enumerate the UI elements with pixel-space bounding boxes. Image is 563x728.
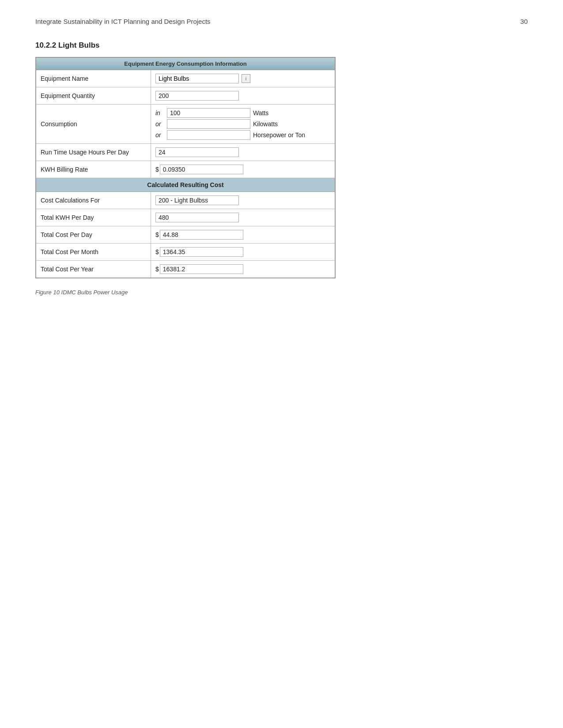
dollar-sign-day: $ [155, 231, 159, 238]
total-cost-month-input[interactable] [160, 247, 243, 257]
total-cost-month-label: Total Cost Per Month [36, 244, 151, 260]
equipment-name-value: i [151, 70, 335, 87]
runtime-input[interactable] [155, 147, 239, 157]
table-row: Total KWH Per Day [36, 209, 335, 226]
table-header: Equipment Energy Consumption Information [36, 58, 335, 70]
consumption-label: Consumption [36, 105, 151, 143]
table-row: KWH Billing Rate $ [36, 161, 335, 178]
equipment-table: Equipment Energy Consumption Information… [35, 57, 336, 278]
equipment-quantity-value [151, 87, 335, 104]
total-cost-year-input[interactable] [160, 264, 243, 274]
consumption-kilowatts: Kilowatts [253, 120, 278, 128]
consumption-value: in Watts or Kilowatts or Horsepower or T… [151, 105, 335, 143]
equipment-quantity-label: Equipment Quantity [36, 87, 151, 104]
total-cost-year-label: Total Cost Per Year [36, 261, 151, 278]
total-cost-day-input[interactable] [160, 230, 243, 240]
equipment-name-input[interactable] [155, 74, 239, 83]
table-row: Cost Calculations For [36, 192, 335, 209]
consumption-or-label2: or [155, 131, 164, 139]
table-row: Equipment Quantity [36, 87, 335, 105]
table-row: Total Cost Per Year $ [36, 261, 335, 278]
equipment-quantity-input[interactable] [155, 91, 239, 101]
consumption-watts: Watts [253, 109, 268, 116]
runtime-label: Run Time Usage Hours Per Day [36, 144, 151, 161]
consumption-or-label1: or [155, 120, 164, 128]
table-row: Total Cost Per Month $ [36, 244, 335, 261]
total-kwh-input[interactable] [155, 213, 239, 222]
consumption-input[interactable] [167, 108, 250, 118]
total-kwh-value [151, 209, 335, 226]
total-kwh-label: Total KWH Per Day [36, 209, 151, 226]
section-heading: 10.2.2 Light Bulbs [35, 41, 528, 50]
dollar-sign-month: $ [155, 248, 159, 255]
consumption-horsepower: Horsepower or Ton [253, 131, 305, 139]
total-cost-day-label: Total Cost Per Day [36, 226, 151, 243]
kwh-rate-input[interactable] [160, 165, 243, 174]
table-row: Run Time Usage Hours Per Day [36, 144, 335, 161]
cost-calc-input[interactable] [155, 195, 239, 205]
kwh-rate-label: KWH Billing Rate [36, 161, 151, 178]
figure-caption: Figure 10 IDMC Bulbs Power Usage [35, 289, 528, 296]
table-row: Consumption in Watts or Kilowatts or Hor… [36, 105, 335, 144]
page-header: Integrate Sustainability in ICT Planning… [35, 18, 528, 25]
cost-calc-value [151, 192, 335, 209]
consumption-input-kw[interactable] [167, 119, 250, 129]
calc-header: Calculated Resulting Cost [36, 178, 335, 192]
consumption-in-label: in [155, 109, 164, 116]
runtime-value [151, 144, 335, 161]
table-row: Total Cost Per Day $ [36, 226, 335, 244]
consumption-input-hp[interactable] [167, 130, 250, 140]
kwh-rate-value: $ [151, 161, 335, 178]
dollar-sign: $ [155, 166, 159, 173]
total-cost-month-value: $ [151, 244, 335, 260]
page-header-title: Integrate Sustainability in ICT Planning… [35, 18, 211, 25]
page-number: 30 [520, 18, 528, 25]
table-row: Equipment Name i [36, 70, 335, 87]
cost-calc-label: Cost Calculations For [36, 192, 151, 209]
total-cost-year-value: $ [151, 261, 335, 278]
dollar-sign-year: $ [155, 266, 159, 273]
equipment-name-label: Equipment Name [36, 70, 151, 87]
info-icon: i [242, 74, 250, 83]
total-cost-day-value: $ [151, 226, 335, 243]
